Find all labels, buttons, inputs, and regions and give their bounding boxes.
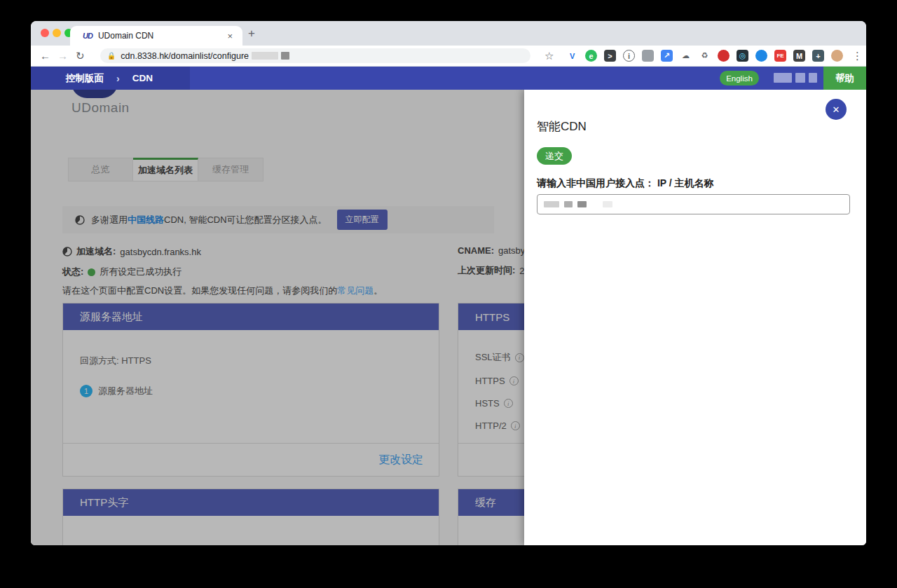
reload-icon[interactable]: ↻: [71, 50, 89, 62]
app-navbar: 控制版面 › CDN English 帮助: [31, 67, 866, 90]
info-circle-icon[interactable]: i: [623, 50, 635, 62]
ssl-lock-icon: 🔒: [107, 52, 116, 60]
submit-button[interactable]: 递交: [537, 147, 572, 165]
access-point-label: 请输入非中国用户接入点： IP / 主机名称: [537, 177, 714, 190]
extensions-row: Ve>i↗☁♻◎FEM+: [566, 50, 843, 62]
tab-close-icon[interactable]: ×: [224, 31, 235, 41]
help-button[interactable]: 帮助: [823, 67, 866, 90]
recycle-icon[interactable]: ♻: [699, 50, 711, 62]
redacted-block: [252, 52, 278, 60]
cloud-icon[interactable]: ☁: [680, 50, 692, 62]
smart-cdn-panel: ✕ 智能CDN 递交 请输入非中国用户接入点： IP / 主机名称: [524, 90, 866, 545]
close-icon[interactable]: ✕: [826, 99, 847, 120]
breadcrumb: 控制版面 › CDN: [66, 67, 153, 90]
m-icon[interactable]: M: [793, 50, 805, 62]
minimize-window-button[interactable]: [53, 29, 61, 37]
redacted-block: [281, 52, 289, 60]
redacted-block: [577, 201, 587, 207]
english-language-button[interactable]: English: [720, 71, 759, 86]
redacted-block: [544, 201, 559, 207]
browser-tab[interactable]: UD UDomain CDN ×: [70, 26, 242, 46]
copy-pages-icon[interactable]: [642, 50, 654, 62]
dark-arrow-icon[interactable]: >: [604, 50, 616, 62]
evernote-icon[interactable]: e: [585, 50, 597, 62]
page-content: UDomain 总览 加速域名列表 缓存管理 多谢選用中国线路CDN, 智能CD…: [31, 90, 866, 545]
chevron-right-icon: ›: [116, 73, 120, 84]
redacted-username: [774, 73, 820, 83]
bookmark-star-icon[interactable]: ☆: [540, 50, 558, 62]
url-text: cdn.8338.hk/domainlist/configure: [121, 51, 249, 61]
tab-title: UDomain CDN: [98, 31, 225, 41]
panel-title: 智能CDN: [537, 118, 587, 135]
adblock-icon[interactable]: [718, 50, 730, 62]
v-extension-icon[interactable]: V: [566, 50, 578, 62]
browser-toolbar: ← → ↻ 🔒 cdn.8338.hk/domainlist/configure…: [31, 46, 866, 67]
access-point-label-bold: IP / 主机名称: [657, 177, 714, 189]
browser-titlebar: UD UDomain CDN × +: [31, 21, 866, 46]
chrome-menu-icon[interactable]: ⋮: [849, 50, 866, 62]
fe-icon[interactable]: FE: [774, 50, 786, 62]
globe-extension-icon[interactable]: [755, 50, 767, 62]
atom-icon[interactable]: ◎: [737, 50, 748, 62]
access-point-input[interactable]: [537, 194, 850, 214]
udomain-favicon-icon: UD: [83, 32, 93, 40]
browser-window: UD UDomain CDN × + ← → ↻ 🔒 cdn.8338.hk/d…: [31, 21, 866, 545]
redacted-block: [603, 201, 612, 207]
redacted-block: [564, 201, 573, 207]
breadcrumb-cdn[interactable]: CDN: [132, 73, 153, 83]
new-tab-button[interactable]: +: [248, 27, 255, 41]
access-point-label-prefix: 请输入非中国用户接入点：: [537, 177, 655, 189]
address-bar[interactable]: 🔒 cdn.8338.hk/domainlist/configure: [100, 48, 530, 63]
avatar-icon[interactable]: [831, 50, 843, 62]
pinwheel-icon[interactable]: +: [812, 50, 824, 62]
breadcrumb-control-panel[interactable]: 控制版面: [66, 72, 104, 85]
back-icon[interactable]: ←: [36, 50, 54, 62]
close-window-button[interactable]: [41, 29, 49, 37]
chart-icon[interactable]: ↗: [661, 50, 673, 62]
forward-icon[interactable]: →: [54, 50, 71, 62]
